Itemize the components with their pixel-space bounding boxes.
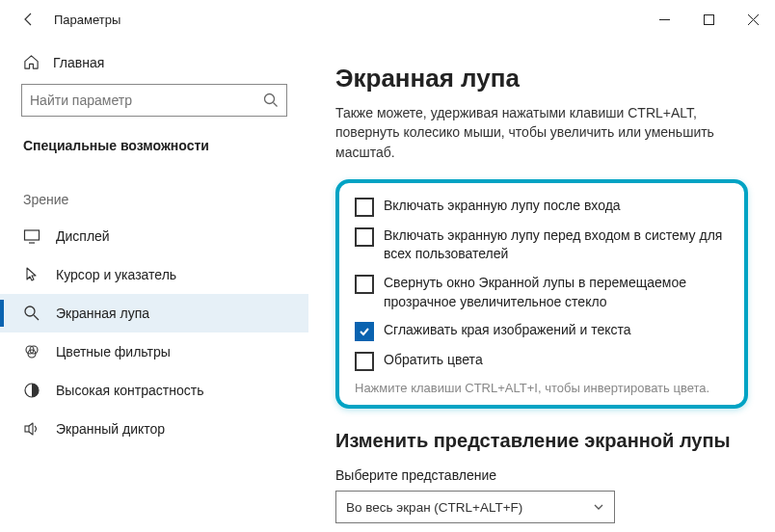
checkbox[interactable] [355,198,374,217]
sidebar-item-label: Курсор и указатель [56,267,176,282]
home-icon [23,54,40,70]
page-heading: Экранная лупа [335,64,748,93]
svg-point-6 [25,306,35,316]
view-field-label: Выберите представление [335,467,748,483]
window-controls [642,0,775,39]
sidebar: Главная Специальные возможности Зрение Д… [0,39,308,532]
checkbox-label: Свернуть окно Экранной лупы в перемещаем… [384,274,729,311]
options-group: Включать экранную лупу после входаВключа… [335,179,748,409]
svg-line-3 [274,103,278,107]
window-title: Параметры [54,13,120,27]
titlebar: Параметры [0,0,775,39]
checkbox[interactable] [355,322,374,341]
checkbox-row: Включать экранную лупу перед входом в си… [355,226,729,264]
checkbox[interactable] [355,275,374,294]
close-button[interactable] [731,0,775,39]
checkbox[interactable] [355,352,374,371]
sidebar-item-display[interactable]: Дисплей [0,217,308,255]
chevron-down-icon [593,501,604,513]
sidebar-item-contrast[interactable]: Высокая контрастность [0,371,308,410]
sidebar-item-magnifier[interactable]: Экранная лупа [0,294,308,332]
sidebar-item-label: Дисплей [56,228,110,244]
checkbox-label: Включать экранную лупу после входа [384,197,621,216]
view-dropdown[interactable]: Во весь экран (CTRL+ALT+F) [335,491,615,523]
cursor-icon [23,266,40,283]
checkbox-row: Свернуть окно Экранной лупы в перемещаем… [355,274,729,311]
display-icon [23,227,40,245]
back-button[interactable] [15,12,42,27]
checkbox[interactable] [355,227,374,247]
checkbox-row: Обратить цвета [355,351,729,371]
svg-point-2 [265,94,275,104]
svg-rect-1 [704,14,713,24]
sidebar-item-narrator[interactable]: Экранный диктор [0,410,308,448]
page-description: Также можете, удерживая нажатыми клавиши… [335,103,748,162]
svg-rect-4 [25,230,40,240]
svg-line-7 [34,315,39,320]
color-filter-icon [23,343,40,360]
checkbox-row: Включать экранную лупу после входа [355,197,729,217]
minimize-button[interactable] [642,0,686,39]
checkbox-label: Включать экранную лупу перед входом в си… [384,226,729,264]
sidebar-item-cursor[interactable]: Курсор и указатель [0,255,308,294]
home-label: Главная [53,55,104,70]
sidebar-item-label: Экранный диктор [56,421,165,437]
search-box[interactable] [21,84,287,117]
narrator-icon [23,420,40,438]
sidebar-item-label: Цветные фильтры [56,344,171,359]
view-heading: Изменить представление экранной лупы [335,430,748,452]
checkbox-row: Сглаживать края изображений и текста [355,321,729,341]
contrast-icon [23,382,40,399]
checkbox-label: Сглаживать края изображений и текста [384,321,631,340]
svg-rect-12 [25,426,29,432]
section-heading: Специальные возможности [0,134,308,165]
category-label: Зрение [0,165,308,217]
maximize-button[interactable] [686,0,731,39]
invert-hint: Нажмите клавиши CTRL+ALT+I, чтобы инверт… [355,381,729,395]
home-link[interactable]: Главная [0,46,308,84]
search-input[interactable] [30,93,263,108]
magnifier-icon [23,305,40,322]
search-icon [263,93,279,108]
content-area: Экранная лупа Также можете, удерживая на… [308,39,775,532]
dropdown-value: Во весь экран (CTRL+ALT+F) [346,500,522,515]
sidebar-item-label: Экранная лупа [56,306,149,321]
sidebar-item-label: Высокая контрастность [56,383,203,398]
sidebar-item-color-filters[interactable]: Цветные фильтры [0,332,308,371]
checkbox-label: Обратить цвета [384,351,483,370]
